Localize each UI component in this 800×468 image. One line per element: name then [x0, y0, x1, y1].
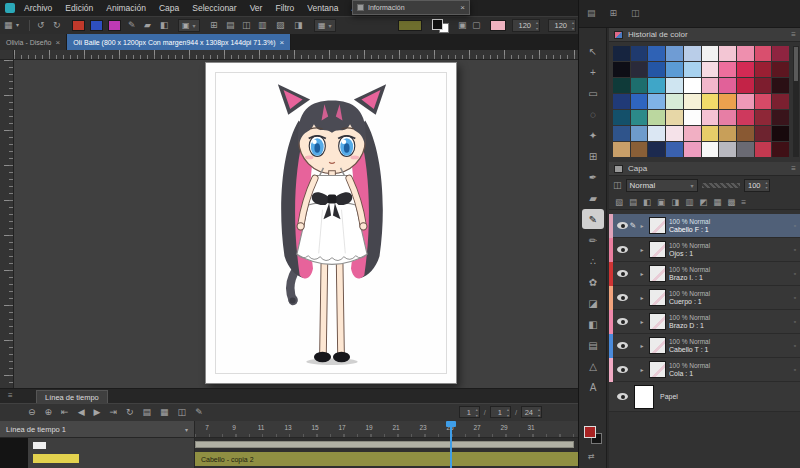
color-swatch[interactable]	[737, 62, 754, 77]
start-frame-field[interactable]: 1 ▴▾	[490, 406, 511, 418]
spin-down-icon[interactable]: ▾	[572, 26, 574, 32]
color-swatch[interactable]	[737, 94, 754, 109]
spin-down-icon[interactable]: ▾	[476, 413, 478, 419]
material-swatch[interactable]	[398, 20, 422, 31]
flip-icon[interactable]: ◨	[294, 20, 303, 31]
color-swatch[interactable]	[613, 78, 630, 93]
color-swatch[interactable]	[631, 94, 648, 109]
spin-down-icon[interactable]: ▾	[507, 413, 509, 419]
color-swatch[interactable]	[719, 62, 736, 77]
layer-thumbnail[interactable]	[649, 313, 666, 330]
color-swatch[interactable]	[702, 94, 719, 109]
blue-swatch[interactable]	[90, 20, 103, 31]
color-swatch[interactable]	[755, 126, 772, 141]
timeline-control-icon[interactable]: ◀	[78, 407, 85, 418]
layer-thumbnail[interactable]	[649, 217, 666, 234]
color-swatch[interactable]	[666, 94, 683, 109]
color-swatch[interactable]	[772, 62, 789, 77]
timeline-control-icon[interactable]: ⊕	[45, 407, 53, 418]
color-swatch[interactable]	[719, 126, 736, 141]
brush-tool[interactable]: ▰	[582, 188, 604, 208]
layer-row[interactable]: ▸100 % NormalBrazo I. : 1▫	[609, 262, 800, 286]
fill-icon[interactable]: ◧	[160, 20, 169, 31]
layer-command-icon[interactable]: ◨	[671, 197, 679, 207]
lasso-tool[interactable]: ◌	[582, 104, 604, 124]
undo-icon[interactable]: ↺	[37, 20, 45, 31]
timeline-frame-ruler[interactable]: 791113151719212325272931	[195, 421, 578, 438]
color-swatch[interactable]	[772, 78, 789, 93]
timeline-control-icon[interactable]: ⇤	[61, 407, 69, 418]
layer-row[interactable]: ▸100 % NormalCola : 1▫	[609, 358, 800, 382]
color-swatch[interactable]	[613, 126, 630, 141]
canvas-page[interactable]	[205, 62, 457, 384]
color-swatch[interactable]	[684, 94, 701, 109]
color-swatch[interactable]	[719, 110, 736, 125]
color-swatch[interactable]	[737, 78, 754, 93]
scrollbar[interactable]	[793, 46, 799, 157]
color-swatch[interactable]	[772, 126, 789, 141]
track-chip-white[interactable]	[33, 442, 46, 449]
color-swatch[interactable]	[755, 94, 772, 109]
color-swatch[interactable]	[648, 46, 665, 61]
menu-item[interactable]: Edición	[65, 3, 93, 13]
color-swatch[interactable]	[631, 46, 648, 61]
end-frame-field[interactable]: 24 ▴▾	[521, 406, 542, 418]
operation-tool[interactable]: ↖	[582, 41, 604, 61]
layer-command-icon[interactable]: ◧	[643, 197, 651, 207]
magenta-swatch[interactable]	[108, 20, 121, 31]
color-swatch[interactable]	[719, 142, 736, 157]
chevron-right-icon[interactable]: ▸	[638, 222, 646, 229]
color-swatch[interactable]	[648, 62, 665, 77]
rotate-icon[interactable]: ▨	[276, 20, 285, 31]
timeline-control-icon[interactable]: ⇥	[109, 407, 117, 418]
brush-icon[interactable]: ▰	[144, 20, 151, 31]
color-swatch[interactable]	[737, 142, 754, 157]
color-swatch[interactable]	[684, 126, 701, 141]
informacion-floating-window[interactable]: Información ×	[352, 0, 470, 15]
airbrush-tool[interactable]: ∴	[582, 251, 604, 271]
color-swatch[interactable]	[666, 110, 683, 125]
menu-item[interactable]: Capa	[159, 3, 179, 13]
color-swatch[interactable]	[772, 142, 789, 157]
paper-thumbnail[interactable]	[634, 385, 654, 409]
track-chip-yellow[interactable]	[33, 454, 79, 463]
color-swatch[interactable]	[702, 126, 719, 141]
timeline-track-bar[interactable]	[195, 441, 574, 448]
numeric-field-b[interactable]: 120 ▴▾	[548, 19, 576, 32]
layer-command-icon[interactable]: ▧	[615, 197, 623, 207]
color-swatch[interactable]	[755, 142, 772, 157]
chevron-right-icon[interactable]: ▸	[638, 246, 646, 253]
canvas-area[interactable]	[14, 60, 578, 388]
pen-tool[interactable]: ✎	[582, 209, 604, 229]
decoration-tool[interactable]: ✿	[582, 272, 604, 292]
panel-layout-icon[interactable]: ⊞	[610, 8, 618, 18]
color-swatch[interactable]	[755, 78, 772, 93]
layer-thumbnail[interactable]	[649, 337, 666, 354]
chevron-right-icon[interactable]: ▸	[638, 366, 646, 373]
layer-thumbnail[interactable]	[649, 265, 666, 282]
chevron-right-icon[interactable]: ▸	[638, 342, 646, 349]
redo-icon[interactable]: ↻	[53, 20, 61, 31]
tab-close-icon[interactable]: ×	[56, 38, 61, 47]
layer-thumbnail[interactable]	[649, 361, 666, 378]
color-swatch[interactable]	[666, 62, 683, 77]
color-swatch[interactable]	[613, 142, 630, 157]
menu-item[interactable]: Archivo	[24, 3, 52, 13]
menu-item[interactable]: Ver	[250, 3, 263, 13]
timeline-track-header[interactable]: Línea de tiempo 1 ▾	[0, 421, 195, 438]
layer-thumbnail[interactable]	[649, 241, 666, 258]
color-swatch[interactable]	[631, 78, 648, 93]
layer-row[interactable]: ▸100 % NormalCabello T : 1▫	[609, 334, 800, 358]
color-swatch[interactable]	[613, 46, 630, 61]
eye-icon[interactable]	[617, 294, 628, 301]
fill-tool[interactable]: ◧	[582, 314, 604, 334]
spin-down-icon[interactable]: ▾	[538, 413, 540, 419]
timeline-control-icon[interactable]: ▤	[143, 407, 152, 418]
deselect-icon[interactable]: ▤	[226, 20, 235, 31]
eyedropper-tool[interactable]: ✒	[582, 167, 604, 187]
color-swatch[interactable]	[772, 46, 789, 61]
eye-icon[interactable]	[617, 318, 628, 325]
layer-command-icon[interactable]: ◩	[699, 197, 707, 207]
marquee-select-tool[interactable]: ▭	[582, 83, 604, 103]
layer-row[interactable]: ▸100 % NormalCuerpo : 1▫	[609, 286, 800, 310]
